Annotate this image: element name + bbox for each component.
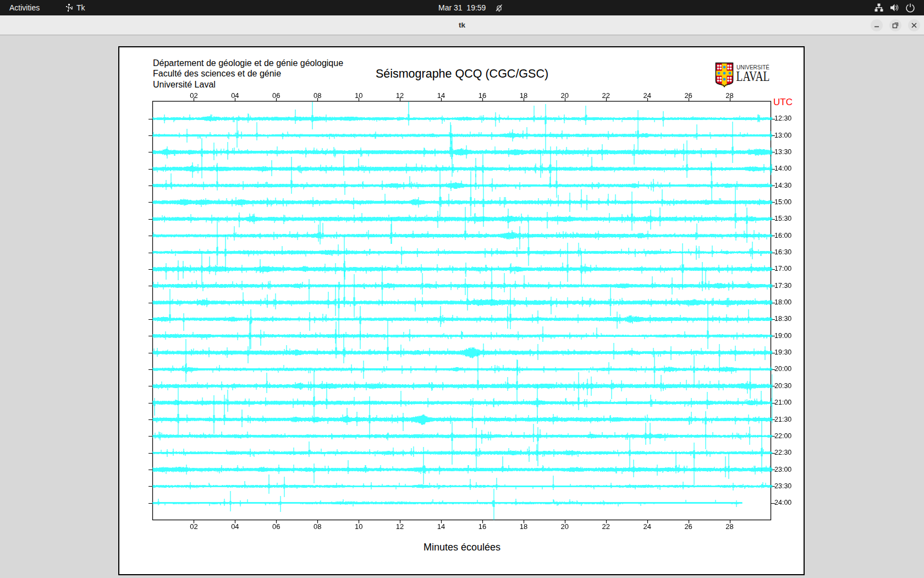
svg-text:LAVAL: LAVAL (736, 69, 770, 84)
